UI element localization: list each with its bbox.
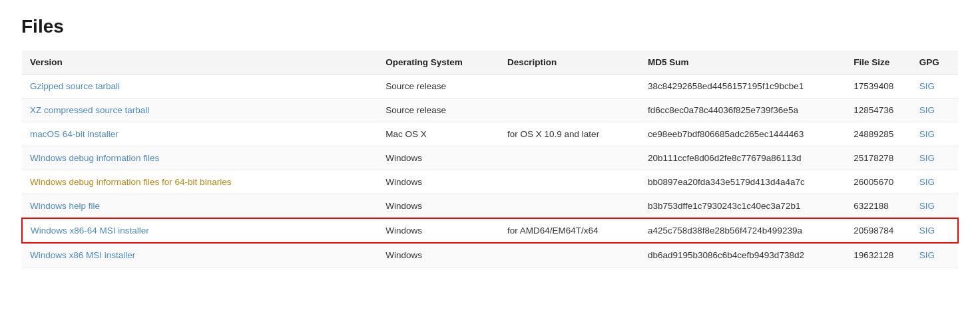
col-gpg: GPG bbox=[911, 51, 958, 75]
col-md5: MD5 Sum bbox=[640, 51, 846, 75]
size-cell: 24889285 bbox=[846, 122, 911, 146]
gpg-link[interactable]: SIG bbox=[919, 226, 935, 236]
desc-cell bbox=[499, 146, 640, 170]
desc-cell bbox=[499, 98, 640, 122]
gpg-link[interactable]: SIG bbox=[919, 129, 935, 139]
gpg-link[interactable]: SIG bbox=[919, 153, 935, 163]
md5-cell: 20b111ccfe8d06d2fe8c77679a86113d bbox=[640, 146, 846, 170]
size-cell: 17539408 bbox=[846, 75, 911, 98]
version-link[interactable]: Gzipped source tarball bbox=[30, 81, 120, 91]
table-row: XZ compressed source tarballSource relea… bbox=[22, 98, 958, 122]
os-cell: Windows bbox=[377, 218, 499, 243]
os-cell: Windows bbox=[377, 146, 499, 170]
version-link[interactable]: Windows help file bbox=[30, 201, 100, 211]
version-link[interactable]: macOS 64-bit installer bbox=[30, 129, 119, 139]
os-cell: Mac OS X bbox=[377, 122, 499, 146]
table-row: Windows debug information files for 64-b… bbox=[22, 170, 958, 194]
col-os: Operating System bbox=[377, 51, 499, 75]
version-link[interactable]: Windows debug information files for 64-b… bbox=[30, 177, 231, 187]
desc-cell bbox=[499, 243, 640, 267]
md5-cell: a425c758d38f8e28b56f4724b499239a bbox=[640, 218, 846, 243]
version-link[interactable]: Windows debug information files bbox=[30, 153, 159, 163]
size-cell: 20598784 bbox=[846, 218, 911, 243]
size-cell: 19632128 bbox=[846, 243, 911, 267]
col-desc: Description bbox=[499, 51, 640, 75]
desc-cell bbox=[499, 75, 640, 98]
os-cell: Source release bbox=[377, 98, 499, 122]
desc-cell bbox=[499, 170, 640, 194]
size-cell: 6322188 bbox=[846, 194, 911, 219]
col-size: File Size bbox=[846, 51, 911, 75]
size-cell: 12854736 bbox=[846, 98, 911, 122]
md5-cell: db6ad9195b3086c6b4cefb9493d738d2 bbox=[640, 243, 846, 267]
table-header: Version Operating System Description MD5… bbox=[22, 51, 958, 75]
table-row: macOS 64-bit installerMac OS Xfor OS X 1… bbox=[22, 122, 958, 146]
version-link[interactable]: Windows x86 MSI installer bbox=[30, 250, 135, 260]
os-cell: Windows bbox=[377, 194, 499, 219]
os-cell: Windows bbox=[377, 170, 499, 194]
md5-cell: bb0897ea20fda343e5179d413d4a4a7c bbox=[640, 170, 846, 194]
col-version: Version bbox=[22, 51, 377, 75]
gpg-link[interactable]: SIG bbox=[919, 81, 935, 91]
gpg-link[interactable]: SIG bbox=[919, 177, 935, 187]
table-row: Windows x86 MSI installerWindowsdb6ad919… bbox=[22, 243, 958, 267]
size-cell: 25178278 bbox=[846, 146, 911, 170]
md5-cell: 38c84292658ed4456157195f1c9bcbe1 bbox=[640, 75, 846, 98]
gpg-link[interactable]: SIG bbox=[919, 105, 935, 115]
desc-cell: for OS X 10.9 and later bbox=[499, 122, 640, 146]
table-body: Gzipped source tarballSource release38c8… bbox=[22, 75, 958, 267]
table-row: Windows x86-64 MSI installerWindowsfor A… bbox=[22, 218, 958, 243]
md5-cell: fd6cc8ec0a78c44036f825e739f36e5a bbox=[640, 98, 846, 122]
desc-cell: for AMD64/EM64T/x64 bbox=[499, 218, 640, 243]
table-row: Gzipped source tarballSource release38c8… bbox=[22, 75, 958, 98]
gpg-link[interactable]: SIG bbox=[919, 201, 935, 211]
size-cell: 26005670 bbox=[846, 170, 911, 194]
table-row: Windows debug information filesWindows20… bbox=[22, 146, 958, 170]
version-link[interactable]: XZ compressed source tarball bbox=[30, 105, 149, 115]
page-title: Files bbox=[21, 16, 959, 37]
os-cell: Windows bbox=[377, 243, 499, 267]
files-table: Version Operating System Description MD5… bbox=[21, 51, 959, 267]
os-cell: Source release bbox=[377, 75, 499, 98]
version-link[interactable]: Windows x86-64 MSI installer bbox=[31, 226, 149, 236]
md5-cell: ce98eeb7bdf806685adc265ec1444463 bbox=[640, 122, 846, 146]
desc-cell bbox=[499, 194, 640, 219]
md5-cell: b3b753dffe1c7930243c1c40ec3a72b1 bbox=[640, 194, 846, 219]
gpg-link[interactable]: SIG bbox=[919, 250, 935, 260]
table-row: Windows help fileWindowsb3b753dffe1c7930… bbox=[22, 194, 958, 219]
